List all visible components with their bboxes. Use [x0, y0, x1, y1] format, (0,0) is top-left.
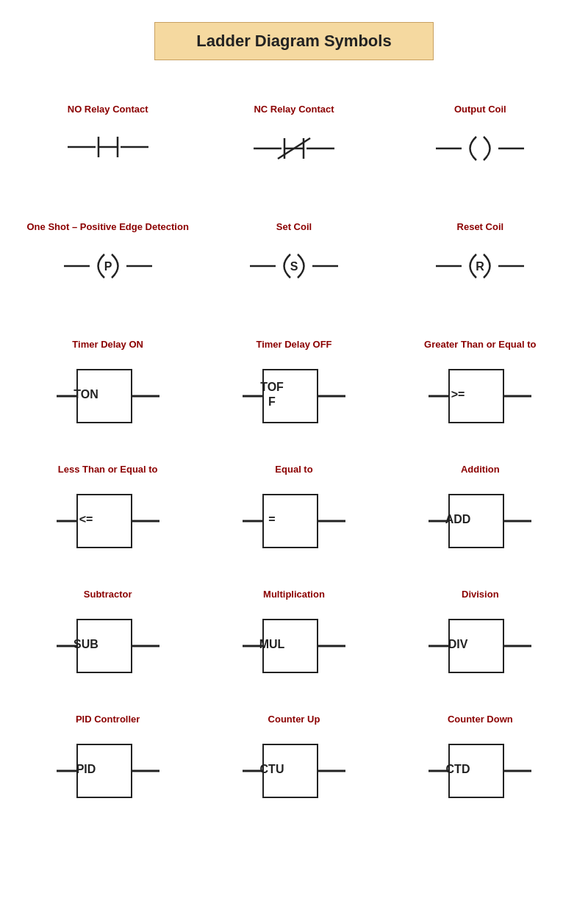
svg-text:CTD: CTD — [446, 763, 470, 775]
symbol-label-pid: PID Controller — [76, 706, 140, 732]
svg-text:=: = — [268, 513, 275, 525]
svg-text:TON: TON — [74, 388, 98, 401]
svg-text:R: R — [476, 260, 485, 273]
symbol-cell-reset-coil: Reset Coil R — [387, 200, 573, 317]
symbol-label-one-shot: One Shot – Positive Edge Detection — [27, 213, 189, 240]
svg-text:SUB: SUB — [74, 638, 98, 650]
svg-text:>=: >= — [451, 388, 465, 401]
symbol-cell-set-coil: Set Coil S — [201, 200, 387, 317]
symbol-cell-no-relay: NO Relay Contact — [15, 82, 201, 200]
svg-text:PID: PID — [76, 763, 96, 775]
symbol-drawing-one-shot: P — [64, 250, 152, 282]
svg-text:TOF: TOF — [260, 381, 284, 393]
symbol-cell-ton: Timer Delay ON TON — [15, 317, 201, 442]
symbol-drawing-pid: PID — [57, 742, 159, 800]
svg-text:ADD: ADD — [445, 513, 471, 525]
symbol-drawing-mul: MUL — [243, 617, 345, 675]
symbol-cell-sub: Subtractor SUB — [15, 567, 201, 692]
symbol-label-nc-relay: NC Relay Contact — [254, 96, 334, 122]
symbol-drawing-ctu: CTU — [243, 742, 345, 800]
symbol-label-output-coil: Output Coil — [454, 96, 506, 122]
symbol-drawing-reset-coil: R — [436, 250, 524, 282]
symbol-cell-output-coil: Output Coil — [387, 82, 573, 200]
page-title: Ladder Diagram Symbols — [196, 32, 391, 50]
symbols-grid: NO Relay Contact NC Relay Contact Output… — [15, 82, 573, 817]
svg-text:P: P — [104, 260, 112, 273]
symbol-cell-nc-relay: NC Relay Contact — [201, 82, 387, 200]
symbol-cell-mul: Multiplication MUL — [201, 567, 387, 692]
symbol-drawing-no-relay — [68, 132, 148, 162]
symbol-label-mul: Multiplication — [263, 581, 325, 607]
symbol-drawing-ton: TON — [57, 367, 159, 425]
symbol-drawing-toff: TOFF — [243, 367, 345, 425]
symbol-label-lte: Less Than or Equal to — [58, 456, 158, 482]
symbol-drawing-lte: <= — [57, 492, 159, 550]
symbol-drawing-gte: >= — [429, 367, 531, 425]
symbol-drawing-sub: SUB — [57, 617, 159, 675]
symbol-drawing-add: ADD — [429, 492, 531, 550]
symbol-label-div: Division — [462, 581, 499, 607]
symbol-drawing-output-coil — [436, 132, 524, 165]
symbol-cell-toff: Timer Delay OFF TOFF — [201, 317, 387, 442]
symbol-label-add: Addition — [461, 456, 500, 482]
symbol-cell-lte: Less Than or Equal to <= — [15, 442, 201, 567]
svg-text:MUL: MUL — [259, 638, 285, 650]
symbol-cell-ctd: Counter Down CTD — [387, 692, 573, 817]
symbol-label-gte: Greater Than or Equal to — [424, 331, 536, 357]
symbol-cell-div: Division DIV — [387, 567, 573, 692]
svg-text:CTU: CTU — [260, 763, 284, 775]
symbol-label-reset-coil: Reset Coil — [457, 213, 504, 240]
symbol-label-sub: Subtractor — [84, 581, 132, 607]
symbol-drawing-div: DIV — [429, 617, 531, 675]
symbol-drawing-set-coil: S — [250, 250, 338, 282]
svg-text:S: S — [290, 260, 298, 273]
svg-text:DIV: DIV — [448, 638, 468, 650]
symbol-cell-eq: Equal to = — [201, 442, 387, 567]
symbol-cell-ctu: Counter Up CTU — [201, 692, 387, 817]
symbol-label-eq: Equal to — [275, 456, 312, 482]
symbol-label-no-relay: NO Relay Contact — [68, 96, 148, 122]
symbol-label-ton: Timer Delay ON — [72, 331, 143, 357]
svg-line-10 — [278, 138, 310, 159]
svg-text:<=: <= — [79, 513, 93, 525]
svg-text:F: F — [268, 395, 276, 408]
symbol-label-toff: Timer Delay OFF — [256, 331, 331, 357]
symbol-label-ctd: Counter Down — [448, 706, 513, 732]
symbol-cell-one-shot: One Shot – Positive Edge Detection P — [15, 200, 201, 317]
symbol-cell-pid: PID Controller PID — [15, 692, 201, 817]
symbol-label-set-coil: Set Coil — [276, 213, 312, 240]
symbol-drawing-ctd: CTD — [429, 742, 531, 800]
symbol-drawing-nc-relay — [254, 132, 334, 165]
symbol-cell-add: Addition ADD — [387, 442, 573, 567]
symbol-label-ctu: Counter Up — [268, 706, 320, 732]
symbol-drawing-eq: = — [243, 492, 345, 550]
page-title-box: Ladder Diagram Symbols — [154, 22, 434, 60]
symbol-cell-gte: Greater Than or Equal to >= — [387, 317, 573, 442]
